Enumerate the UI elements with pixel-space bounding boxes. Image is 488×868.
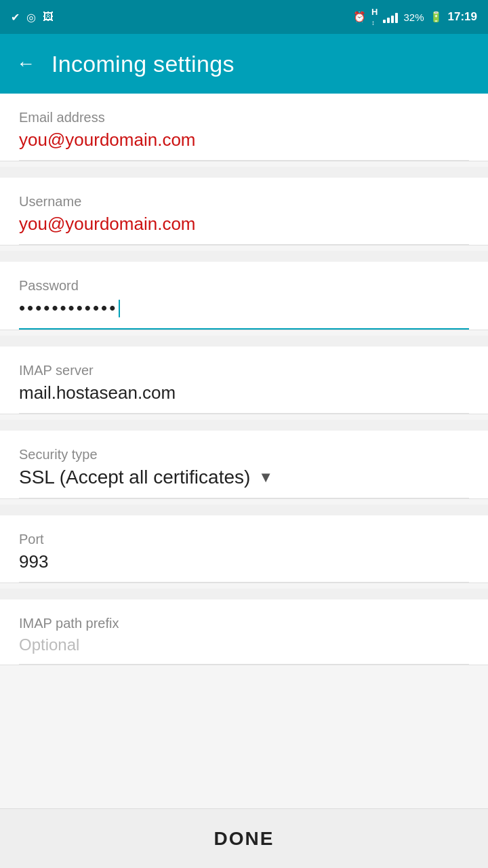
port-value[interactable]: 993 <box>19 551 469 583</box>
timer-icon: ◎ <box>26 11 36 24</box>
checkmark-icon: ✔ <box>11 11 20 24</box>
divider-5 <box>0 505 488 515</box>
security-type-text: SSL (Accept all certificates) <box>19 467 250 488</box>
username-value[interactable]: you@yourdomain.com <box>19 214 469 245</box>
back-button[interactable]: ← <box>16 53 35 75</box>
screenshot-icon: 🖼 <box>43 11 54 23</box>
password-label: Password <box>19 278 469 294</box>
security-type-value[interactable]: SSL (Accept all certificates) ▼ <box>19 467 469 498</box>
security-type-label: Security type <box>19 447 469 462</box>
imap-server-field[interactable]: IMAP server mail.hostasean.com <box>0 347 488 414</box>
email-address-label: Email address <box>19 110 469 125</box>
done-bar: DONE <box>0 808 488 868</box>
imap-path-prefix-label: IMAP path prefix <box>19 616 469 631</box>
password-dots: •••••••••••• <box>19 298 117 319</box>
divider-3 <box>0 336 488 347</box>
email-address-field[interactable]: Email address you@yourdomain.com <box>0 94 488 161</box>
status-bar: ✔ ◎ 🖼 ⏰ H↕ 32% 🔋 17:19 <box>0 0 488 34</box>
port-field[interactable]: Port 993 <box>0 515 488 583</box>
imap-server-label: IMAP server <box>19 363 469 378</box>
form-content: Email address you@yourdomain.com Usernam… <box>0 94 488 808</box>
password-value[interactable]: •••••••••••• <box>19 298 469 330</box>
security-type-field[interactable]: Security type SSL (Accept all certificat… <box>0 431 488 499</box>
time-label: 17:19 <box>448 10 477 24</box>
alarm-icon: ⏰ <box>353 11 366 23</box>
battery-icon: 🔋 <box>430 11 443 23</box>
text-cursor <box>119 300 120 317</box>
battery-label: 32% <box>403 12 424 23</box>
divider-4 <box>0 420 488 431</box>
port-label: Port <box>19 532 469 547</box>
imap-server-value[interactable]: mail.hostasean.com <box>19 382 469 414</box>
imap-path-prefix-field[interactable]: IMAP path prefix Optional <box>0 599 488 665</box>
username-label: Username <box>19 194 469 210</box>
network-type-label: H↕ <box>371 7 378 27</box>
page-title: Incoming settings <box>52 51 235 77</box>
email-address-value[interactable]: you@yourdomain.com <box>19 130 469 161</box>
divider-1 <box>0 167 488 178</box>
imap-path-prefix-placeholder[interactable]: Optional <box>19 635 469 665</box>
username-field[interactable]: Username you@yourdomain.com <box>0 178 488 245</box>
password-field[interactable]: Password •••••••••••• <box>0 262 488 330</box>
dropdown-arrow-icon: ▼ <box>258 469 273 486</box>
divider-2 <box>0 251 488 262</box>
done-button[interactable]: DONE <box>214 828 274 850</box>
divider-6 <box>0 589 488 599</box>
signal-bars-icon <box>383 11 398 23</box>
app-bar: ← Incoming settings <box>0 34 488 94</box>
